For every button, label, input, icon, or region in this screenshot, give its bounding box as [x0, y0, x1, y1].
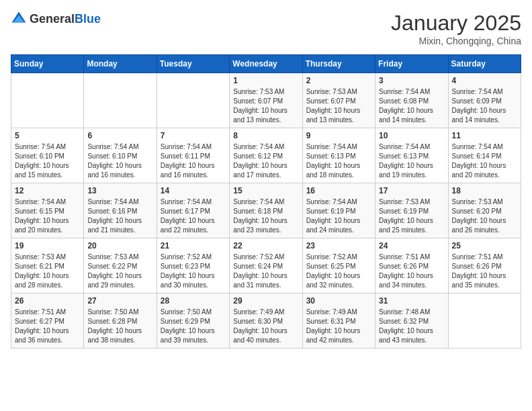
day-number: 1	[233, 76, 298, 85]
calendar-week-row: 1Sunrise: 7:53 AM Sunset: 6:07 PM Daylig…	[11, 73, 521, 128]
weekday-header-tuesday: Tuesday	[157, 55, 229, 73]
day-detail: Sunrise: 7:53 AM Sunset: 6:07 PM Dayligh…	[233, 87, 298, 125]
day-detail: Sunrise: 7:54 AM Sunset: 6:10 PM Dayligh…	[15, 142, 80, 180]
calendar-cell	[157, 73, 229, 128]
calendar-week-row: 26Sunrise: 7:51 AM Sunset: 6:27 PM Dayli…	[11, 293, 521, 349]
calendar-cell: 15Sunrise: 7:54 AM Sunset: 6:18 PM Dayli…	[230, 183, 302, 238]
day-detail: Sunrise: 7:50 AM Sunset: 6:28 PM Dayligh…	[87, 308, 152, 345]
day-number: 8	[233, 131, 298, 140]
weekday-header-thursday: Thursday	[302, 55, 375, 73]
day-detail: Sunrise: 7:52 AM Sunset: 6:23 PM Dayligh…	[161, 253, 226, 290]
day-number: 27	[87, 296, 152, 306]
day-number: 18	[452, 186, 517, 195]
calendar-week-row: 19Sunrise: 7:53 AM Sunset: 6:21 PM Dayli…	[11, 238, 521, 293]
day-number: 26	[15, 296, 80, 306]
calendar-cell: 4Sunrise: 7:54 AM Sunset: 6:09 PM Daylig…	[448, 73, 521, 128]
calendar-cell	[84, 73, 157, 128]
day-number: 20	[87, 241, 152, 250]
day-detail: Sunrise: 7:51 AM Sunset: 6:26 PM Dayligh…	[379, 253, 444, 290]
calendar-cell: 6Sunrise: 7:54 AM Sunset: 6:10 PM Daylig…	[84, 128, 157, 183]
calendar-cell: 31Sunrise: 7:48 AM Sunset: 6:32 PM Dayli…	[375, 293, 448, 349]
day-number: 12	[15, 186, 80, 195]
day-number: 17	[379, 186, 444, 195]
calendar-cell: 11Sunrise: 7:54 AM Sunset: 6:14 PM Dayli…	[448, 128, 521, 183]
calendar-cell: 8Sunrise: 7:54 AM Sunset: 6:12 PM Daylig…	[230, 128, 302, 183]
weekday-header-row: SundayMondayTuesdayWednesdayThursdayFrid…	[11, 55, 521, 73]
calendar-cell: 28Sunrise: 7:50 AM Sunset: 6:29 PM Dayli…	[157, 293, 229, 349]
calendar-cell: 2Sunrise: 7:53 AM Sunset: 6:07 PM Daylig…	[302, 73, 375, 128]
day-detail: Sunrise: 7:54 AM Sunset: 6:11 PM Dayligh…	[161, 142, 226, 180]
weekday-header-sunday: Sunday	[11, 55, 84, 73]
day-detail: Sunrise: 7:52 AM Sunset: 6:25 PM Dayligh…	[306, 253, 371, 290]
calendar-cell: 21Sunrise: 7:52 AM Sunset: 6:23 PM Dayli…	[157, 238, 229, 293]
day-number: 7	[161, 131, 226, 140]
day-detail: Sunrise: 7:51 AM Sunset: 6:27 PM Dayligh…	[15, 308, 80, 345]
day-number: 11	[452, 131, 517, 140]
calendar-cell: 14Sunrise: 7:54 AM Sunset: 6:17 PM Dayli…	[157, 183, 229, 238]
calendar-cell: 22Sunrise: 7:52 AM Sunset: 6:24 PM Dayli…	[230, 238, 302, 293]
logo-text-general: General	[30, 12, 75, 26]
day-number: 16	[306, 186, 371, 195]
day-detail: Sunrise: 7:49 AM Sunset: 6:30 PM Dayligh…	[233, 308, 298, 345]
day-number: 2	[306, 76, 371, 85]
page-header: GeneralBlue January 2025 Mixin, Chongqin…	[11, 11, 521, 46]
calendar-week-row: 12Sunrise: 7:54 AM Sunset: 6:15 PM Dayli…	[11, 183, 521, 238]
day-number: 29	[233, 296, 298, 306]
day-detail: Sunrise: 7:53 AM Sunset: 6:19 PM Dayligh…	[379, 197, 444, 235]
calendar-cell: 23Sunrise: 7:52 AM Sunset: 6:25 PM Dayli…	[302, 238, 375, 293]
day-detail: Sunrise: 7:53 AM Sunset: 6:22 PM Dayligh…	[87, 253, 152, 290]
day-number: 9	[306, 131, 371, 140]
day-detail: Sunrise: 7:54 AM Sunset: 6:19 PM Dayligh…	[306, 197, 371, 235]
day-number: 5	[15, 131, 80, 140]
month-title: January 2025	[391, 11, 521, 36]
calendar-cell: 26Sunrise: 7:51 AM Sunset: 6:27 PM Dayli…	[11, 293, 84, 349]
calendar-cell: 18Sunrise: 7:53 AM Sunset: 6:20 PM Dayli…	[448, 183, 521, 238]
calendar-cell: 5Sunrise: 7:54 AM Sunset: 6:10 PM Daylig…	[11, 128, 84, 183]
day-detail: Sunrise: 7:54 AM Sunset: 6:10 PM Dayligh…	[87, 142, 152, 180]
calendar-cell	[448, 293, 521, 349]
calendar-cell: 3Sunrise: 7:54 AM Sunset: 6:08 PM Daylig…	[375, 73, 448, 128]
title-block: January 2025 Mixin, Chongqing, China	[391, 11, 521, 46]
weekday-header-wednesday: Wednesday	[230, 55, 302, 73]
calendar-cell: 30Sunrise: 7:49 AM Sunset: 6:31 PM Dayli…	[302, 293, 375, 349]
day-detail: Sunrise: 7:51 AM Sunset: 6:26 PM Dayligh…	[452, 253, 517, 290]
day-detail: Sunrise: 7:54 AM Sunset: 6:12 PM Dayligh…	[233, 142, 298, 180]
day-detail: Sunrise: 7:53 AM Sunset: 6:20 PM Dayligh…	[452, 197, 517, 235]
day-number: 28	[161, 296, 226, 306]
calendar-cell: 27Sunrise: 7:50 AM Sunset: 6:28 PM Dayli…	[84, 293, 157, 349]
calendar-cell: 13Sunrise: 7:54 AM Sunset: 6:16 PM Dayli…	[84, 183, 157, 238]
day-number: 15	[233, 186, 298, 195]
day-number: 25	[452, 241, 517, 250]
day-number: 13	[87, 186, 152, 195]
calendar-cell: 12Sunrise: 7:54 AM Sunset: 6:15 PM Dayli…	[11, 183, 84, 238]
day-detail: Sunrise: 7:50 AM Sunset: 6:29 PM Dayligh…	[161, 308, 226, 345]
weekday-header-saturday: Saturday	[448, 55, 521, 73]
day-detail: Sunrise: 7:53 AM Sunset: 6:21 PM Dayligh…	[15, 253, 80, 290]
day-number: 30	[306, 296, 371, 306]
calendar-table: SundayMondayTuesdayWednesdayThursdayFrid…	[11, 54, 521, 349]
day-number: 14	[161, 186, 226, 195]
day-number: 6	[87, 131, 152, 140]
day-detail: Sunrise: 7:54 AM Sunset: 6:09 PM Dayligh…	[452, 87, 517, 125]
calendar-cell: 1Sunrise: 7:53 AM Sunset: 6:07 PM Daylig…	[230, 73, 302, 128]
day-detail: Sunrise: 7:54 AM Sunset: 6:15 PM Dayligh…	[15, 197, 80, 235]
day-detail: Sunrise: 7:54 AM Sunset: 6:18 PM Dayligh…	[233, 197, 298, 235]
day-detail: Sunrise: 7:54 AM Sunset: 6:14 PM Dayligh…	[452, 142, 517, 180]
calendar-cell	[11, 73, 84, 128]
day-detail: Sunrise: 7:54 AM Sunset: 6:16 PM Dayligh…	[87, 197, 152, 235]
day-detail: Sunrise: 7:54 AM Sunset: 6:13 PM Dayligh…	[306, 142, 371, 180]
day-number: 31	[379, 296, 444, 306]
weekday-header-monday: Monday	[84, 55, 157, 73]
calendar-cell: 29Sunrise: 7:49 AM Sunset: 6:30 PM Dayli…	[230, 293, 302, 349]
logo-icon	[11, 11, 27, 27]
day-number: 23	[306, 241, 371, 250]
logo-text-blue: Blue	[75, 12, 101, 26]
location: Mixin, Chongqing, China	[391, 36, 521, 46]
calendar-cell: 9Sunrise: 7:54 AM Sunset: 6:13 PM Daylig…	[302, 128, 375, 183]
calendar-cell: 25Sunrise: 7:51 AM Sunset: 6:26 PM Dayli…	[448, 238, 521, 293]
day-number: 19	[15, 241, 80, 250]
day-detail: Sunrise: 7:49 AM Sunset: 6:31 PM Dayligh…	[306, 308, 371, 345]
calendar-cell: 7Sunrise: 7:54 AM Sunset: 6:11 PM Daylig…	[157, 128, 229, 183]
calendar-cell: 17Sunrise: 7:53 AM Sunset: 6:19 PM Dayli…	[375, 183, 448, 238]
day-detail: Sunrise: 7:54 AM Sunset: 6:17 PM Dayligh…	[161, 197, 226, 235]
